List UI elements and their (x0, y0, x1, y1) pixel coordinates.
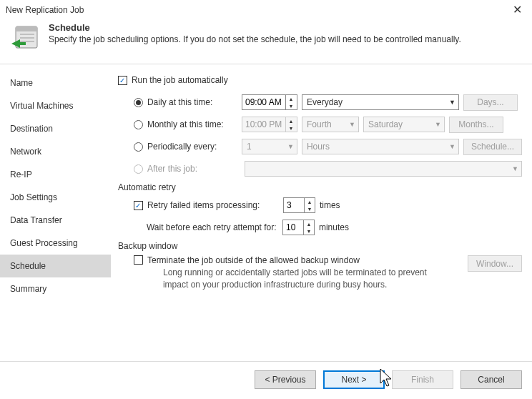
monthly-ordinal-value: Fourth (307, 119, 332, 129)
monthly-ordinal-select: Fourth ▼ (302, 117, 359, 132)
spinner-down-icon[interactable]: ▼ (305, 205, 315, 212)
schedule-button[interactable]: Schedule... (463, 139, 522, 155)
daily-time-spinner[interactable]: ▲▼ (242, 94, 297, 110)
retry-count-input[interactable] (284, 198, 304, 212)
periodic-count-value: 1 (247, 142, 252, 152)
cancel-button[interactable]: Cancel (460, 370, 522, 389)
monthly-radio[interactable] (134, 120, 143, 129)
retry-label: Retry failed items processing: (147, 200, 283, 210)
terminate-label: Terminate the job outside of the allowed… (147, 255, 360, 265)
chevron-down-icon: ▼ (449, 99, 455, 106)
periodic-unit-select: Hours ▼ (302, 139, 459, 154)
periodically-label: Periodically every: (147, 142, 242, 152)
monthly-time-input (242, 117, 285, 132)
window-title: New Replication Job (6, 5, 84, 15)
chevron-down-icon: ▼ (435, 121, 441, 128)
finish-button[interactable]: Finish (392, 370, 453, 389)
next-button[interactable]: Next > (323, 370, 385, 389)
daily-everyday-select[interactable]: Everyday ▼ (302, 94, 459, 110)
spinner-down-icon[interactable]: ▼ (304, 227, 314, 235)
retry-times-label: times (320, 200, 340, 210)
sidebar-item-virtual-machines[interactable]: Virtual Machines (0, 94, 111, 117)
wizard-steps-sidebar: Name Virtual Machines Destination Networ… (0, 64, 111, 358)
periodic-unit-value: Hours (307, 142, 330, 152)
periodically-radio[interactable] (134, 142, 143, 152)
close-icon[interactable]: ✕ (508, 3, 526, 16)
after-job-radio (134, 164, 143, 174)
monthly-day-value: Saturday (368, 119, 403, 129)
spinner-down-icon: ▼ (286, 124, 296, 132)
sidebar-item-schedule[interactable]: Schedule (0, 255, 111, 277)
wait-minutes-spinner[interactable]: ▲▼ (282, 220, 315, 235)
monthly-day-select: Saturday ▼ (363, 117, 445, 132)
spinner-up-icon[interactable]: ▲ (286, 95, 296, 102)
sidebar-item-name[interactable]: Name (0, 72, 111, 94)
page-title: Schedule (49, 22, 461, 33)
sidebar-item-job-settings[interactable]: Job Settings (0, 186, 111, 209)
wait-minutes-input[interactable] (283, 220, 303, 235)
run-automatically-label: Run the job automatically (132, 75, 228, 85)
periodic-count-select: 1 ▼ (242, 139, 297, 154)
spinner-up-icon: ▲ (286, 117, 296, 124)
wait-minutes-label: minutes (319, 222, 349, 232)
run-automatically-checkbox[interactable]: ✓ (118, 76, 127, 85)
monthly-label: Monthly at this time: (147, 119, 242, 129)
chevron-down-icon: ▼ (512, 165, 518, 172)
schedule-icon (10, 24, 40, 54)
retry-checkbox[interactable]: ✓ (134, 201, 143, 210)
chevron-down-icon: ▼ (287, 143, 294, 150)
window-button[interactable]: Window... (468, 255, 522, 272)
after-job-select: ▼ (245, 161, 522, 177)
daily-time-input[interactable] (242, 95, 285, 109)
previous-button[interactable]: < Previous (255, 370, 316, 389)
daily-everyday-value: Everyday (307, 97, 343, 107)
terminate-checkbox[interactable] (134, 255, 143, 265)
days-button[interactable]: Days... (463, 94, 518, 111)
wizard-footer: < Previous Next > Finish Cancel (0, 361, 532, 399)
sidebar-item-re-ip[interactable]: Re-IP (0, 163, 111, 186)
sidebar-item-summary[interactable]: Summary (0, 277, 111, 300)
daily-label: Daily at this time: (147, 97, 242, 107)
retry-count-spinner[interactable]: ▲▼ (283, 197, 315, 213)
spinner-down-icon[interactable]: ▼ (286, 102, 296, 109)
daily-radio[interactable] (134, 98, 143, 107)
spinner-up-icon[interactable]: ▲ (305, 198, 315, 205)
monthly-time-spinner: ▲▼ (242, 117, 297, 132)
wizard-header: Schedule Specify the job scheduling opti… (0, 18, 532, 64)
wait-label: Wait before each retry attempt for: (147, 222, 282, 232)
sidebar-item-data-transfer[interactable]: Data Transfer (0, 209, 111, 232)
sidebar-item-network[interactable]: Network (0, 140, 111, 163)
chevron-down-icon: ▼ (349, 121, 355, 128)
after-job-label: After this job: (147, 164, 242, 174)
page-subtitle: Specify the job scheduling options. If y… (49, 34, 461, 44)
svg-rect-1 (16, 26, 37, 31)
spinner-up-icon[interactable]: ▲ (304, 220, 314, 227)
backup-window-section-label: Backup window (118, 241, 522, 251)
sidebar-item-guest-processing[interactable]: Guest Processing (0, 232, 111, 255)
months-button[interactable]: Months... (449, 117, 503, 133)
sidebar-item-destination[interactable]: Destination (0, 117, 111, 140)
chevron-down-icon: ▼ (449, 143, 455, 150)
automatic-retry-section-label: Automatic retry (118, 182, 522, 192)
terminate-note: Long running or accidentally started job… (163, 267, 435, 291)
